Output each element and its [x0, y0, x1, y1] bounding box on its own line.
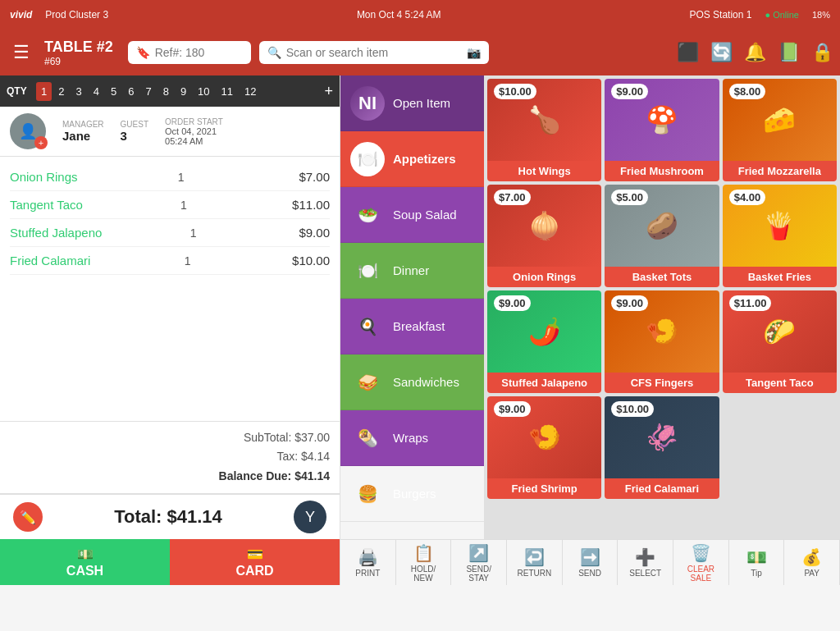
- clear-sale-icon: 🗑️: [691, 543, 711, 563]
- item-qty: 1: [185, 226, 202, 240]
- lock-icon[interactable]: 🔒: [811, 42, 833, 63]
- guest-info: GUEST 3: [121, 120, 148, 143]
- bell-icon[interactable]: 🔔: [744, 42, 766, 63]
- fried-mushroom-price: $9.00: [611, 84, 648, 99]
- clear-sale-button[interactable]: 🗑️ CLEARSALE: [673, 540, 729, 585]
- tangent-taco-label: Tangent Taco: [723, 373, 837, 393]
- top-bar: vivid Prod Cluster 3 Mon Oct 4 5:24 AM P…: [0, 0, 840, 30]
- send-label: SEND: [578, 569, 601, 578]
- food-item-fried-mozzarella[interactable]: 🧀 $8.00 Fried Mozzarella: [723, 79, 837, 181]
- pay-button[interactable]: 💰 PAY: [784, 540, 840, 585]
- cfs-fingers-label: CFS Fingers: [605, 373, 719, 393]
- cat-label: Open Item: [393, 96, 450, 110]
- order-item[interactable]: Stuffed Jalapeno 1 $9.00: [10, 219, 330, 247]
- qty-1[interactable]: 1: [36, 82, 52, 101]
- category-appetizers[interactable]: 🍽️ Appetizers: [340, 131, 484, 187]
- category-burgers[interactable]: 🍔 Burgers: [340, 466, 484, 522]
- item-name: Fried Calamari: [10, 254, 90, 267]
- qty-7[interactable]: 7: [140, 82, 156, 101]
- select-button[interactable]: ➕ SELECT: [618, 540, 673, 585]
- card-button[interactable]: 💳 CARD: [170, 539, 340, 585]
- category-breakfast[interactable]: 🍳 Breakfast: [340, 299, 484, 354]
- balance-label: Balance Due:: [219, 469, 292, 482]
- header-icons: ⬛ 🔄 🔔 📗 🔒: [677, 42, 833, 63]
- item-price: $7.00: [285, 170, 330, 184]
- fried-calamari-price: $10.00: [611, 401, 654, 417]
- qty-2[interactable]: 2: [53, 82, 69, 101]
- items-grid: 🍗 $10.00 Hot Wings 🍄 $9.00 Fried Mushroo…: [484, 75, 840, 539]
- category-open-item[interactable]: NI Open Item: [340, 75, 484, 131]
- print-label: PRINT: [355, 569, 380, 578]
- qty-6[interactable]: 6: [123, 82, 139, 101]
- return-icon: ↩️: [524, 547, 545, 567]
- item-qty: 1: [176, 199, 192, 212]
- edit-button[interactable]: ✏️: [13, 502, 43, 532]
- qty-8[interactable]: 8: [158, 82, 174, 101]
- search-box[interactable]: 🔍 📷: [259, 41, 489, 64]
- food-item-basket-fries[interactable]: 🍟 $4.00 Basket Fries: [723, 185, 837, 287]
- search-input[interactable]: [286, 46, 462, 59]
- send-button[interactable]: ➡️ SEND: [563, 540, 619, 585]
- food-item-fried-shrimp[interactable]: 🍤 $9.00 Fried Shrimp: [487, 396, 601, 499]
- category-menu: NI Open Item 🍽️ Appetizers 🥗 Soup Salad …: [340, 75, 484, 539]
- cash-label: CASH: [66, 564, 103, 578]
- manager-name: Jane: [62, 129, 104, 143]
- qty-3[interactable]: 3: [71, 82, 86, 101]
- menu-button[interactable]: ☰: [7, 42, 36, 63]
- food-item-stuffed-jalapeno[interactable]: 🌶️ $9.00 Stuffed Jalapeno: [487, 290, 601, 393]
- category-soup-salad[interactable]: 🥗 Soup Salad: [340, 187, 484, 243]
- food-item-hot-wings[interactable]: 🍗 $10.00 Hot Wings: [487, 79, 601, 181]
- qty-label: QTY: [7, 85, 30, 97]
- top-bar-right: POS Station 1 ● Online 18%: [689, 9, 830, 21]
- food-item-basket-tots[interactable]: 🥔 $5.00 Basket Tots: [605, 185, 719, 287]
- ref-input[interactable]: [155, 46, 245, 59]
- send-stay-button[interactable]: ↗️ SEND/STAY: [451, 540, 507, 585]
- qty-12[interactable]: 12: [240, 82, 261, 101]
- category-sandwiches[interactable]: 🥪 Sandwiches: [340, 354, 484, 410]
- food-item-tangent-taco[interactable]: 🌮 $11.00 Tangent Taco: [723, 290, 837, 393]
- fried-mushroom-label: Fried Mushroom: [605, 161, 719, 181]
- order-item[interactable]: Tangent Taco 1 $11.00: [10, 191, 330, 219]
- category-dinner[interactable]: 🍽️ Dinner: [340, 243, 484, 299]
- battery-label: 18%: [812, 10, 830, 20]
- hold-new-button[interactable]: 📋 HOLD/NEW: [396, 540, 452, 585]
- clear-sale-label: CLEARSALE: [687, 565, 714, 583]
- onion-rings-price: $7.00: [494, 190, 531, 205]
- order-panel: QTY 1 2 3 4 5 6 7 8 9 10 11 12 + 👤 +: [0, 75, 340, 585]
- stack-icon[interactable]: 📗: [778, 42, 800, 63]
- order-item[interactable]: Onion Rings 1 $7.00: [10, 163, 330, 191]
- qty-10[interactable]: 10: [193, 82, 214, 101]
- order-item[interactable]: Fried Calamari 1 $10.00: [10, 247, 330, 275]
- refresh-icon[interactable]: 🔄: [710, 42, 733, 63]
- total-value: $41.14: [167, 506, 222, 527]
- ref-icon: 🔖: [136, 46, 150, 59]
- tip-button[interactable]: 💵 Tip: [729, 540, 785, 585]
- ref-input-box[interactable]: 🔖: [128, 41, 251, 64]
- qty-9[interactable]: 9: [176, 82, 191, 101]
- food-item-fried-mushroom[interactable]: 🍄 $9.00 Fried Mushroom: [605, 79, 719, 181]
- food-item-fried-calamari[interactable]: 🦑 $10.00 Fried Calamari: [605, 396, 719, 499]
- cash-button[interactable]: 💵 CASH: [0, 539, 170, 585]
- food-item-cfs-fingers[interactable]: 🍤 $9.00 CFS Fingers: [605, 290, 719, 393]
- right-panel: NI Open Item 🍽️ Appetizers 🥗 Soup Salad …: [340, 75, 840, 585]
- food-item-onion-rings[interactable]: 🧅 $7.00 Onion Rings: [487, 185, 601, 287]
- qty-11[interactable]: 11: [217, 82, 238, 101]
- subtotal-row: SubTotal: $37.00: [10, 428, 330, 448]
- fried-calamari-label: Fried Calamari: [605, 478, 719, 499]
- basket-fries-price: $4.00: [729, 190, 766, 205]
- vivid-button[interactable]: Y: [294, 501, 326, 533]
- return-button[interactable]: ↩️ RETURN: [507, 540, 563, 585]
- item-name: Onion Rings: [10, 170, 78, 184]
- layers-icon[interactable]: ⬛: [677, 42, 699, 63]
- category-wraps[interactable]: 🌯 Wraps: [340, 410, 484, 466]
- print-button[interactable]: 🖨️ PRINT: [340, 540, 396, 585]
- order-totals: SubTotal: $37.00 Tax: $4.14 Balance Due:…: [0, 421, 340, 493]
- item-qty: 1: [180, 254, 196, 267]
- qty-5[interactable]: 5: [106, 82, 121, 101]
- table-number: TABLE #2: [44, 39, 113, 56]
- cat-label: Dinner: [393, 263, 429, 277]
- top-bar-left: vivid Prod Cluster 3: [10, 9, 108, 21]
- cash-icon: 💵: [77, 546, 94, 562]
- qty-plus-button[interactable]: +: [324, 83, 333, 100]
- qty-4[interactable]: 4: [89, 82, 104, 101]
